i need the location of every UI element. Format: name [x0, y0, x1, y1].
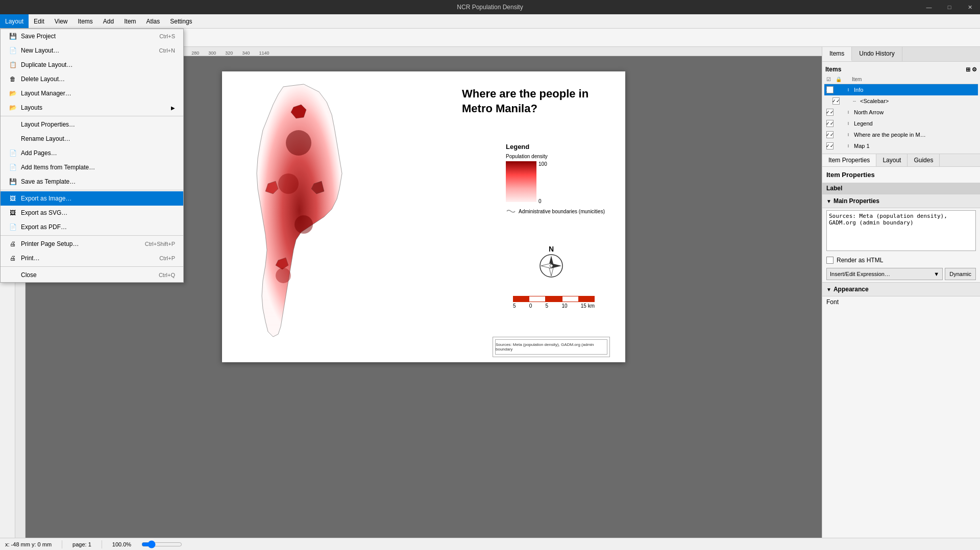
item-row-title[interactable]: ✓ I Where are the people in M… — [824, 129, 978, 140]
maximize-button[interactable]: □ — [939, 0, 960, 14]
dd-sep-4 — [1, 266, 183, 267]
menu-settings[interactable]: Settings — [165, 14, 197, 28]
dd-export-pdf-label: Export as PDF… — [21, 223, 67, 231]
menu-edit[interactable]: Edit — [29, 14, 50, 28]
item-row-north-arrow[interactable]: ✓ I North Arrow — [824, 107, 978, 118]
dd-print[interactable]: 🖨 Print… Ctrl+P — [1, 251, 183, 265]
main-properties-header[interactable]: ▼ Main Properties — [822, 194, 980, 208]
item-check-title[interactable]: ✓ — [826, 131, 834, 138]
menu-add[interactable]: Add — [98, 14, 119, 28]
dd-add-pages-label: Add Pages… — [21, 149, 57, 157]
dd-layout-properties[interactable]: Layout Properties… — [1, 117, 183, 132]
legend-boundary: Administrative boundaries (municities) — [506, 208, 605, 214]
item-row-map1[interactable]: ✓ I Map 1 — [824, 140, 978, 152]
titlebar: NCR Population Density — □ ✕ — [0, 0, 980, 14]
insert-expr-button[interactable]: Insert/Edit Expression… ▼ — [826, 268, 943, 280]
dd-layout-manager[interactable]: 📂 Layout Manager… — [1, 86, 183, 101]
dd-save-as-template[interactable]: 💾 Save as Template… — [1, 174, 183, 189]
zoom-slider[interactable] — [141, 540, 182, 548]
north-arrow: N — [538, 245, 564, 280]
dynamic-button[interactable]: Dynamic — [945, 268, 976, 280]
boundary-icon — [506, 208, 516, 214]
prop-tabs: Item Properties Layout Guides — [822, 154, 980, 167]
menubar: Layout Edit View Items Add Item Atlas Se… — [0, 14, 980, 29]
map-legend: Legend Population density 100 0 — [506, 143, 605, 214]
item-type-info: I — [845, 86, 852, 93]
dd-export-svg[interactable]: 🖼 Export as SVG… — [1, 206, 183, 220]
printer-setup-icon: 🖨 — [9, 240, 17, 248]
prop-tab-guides[interactable]: Guides — [908, 154, 940, 166]
dd-save-shortcut: Ctrl+S — [159, 33, 175, 39]
item-check-legend[interactable]: ✓ — [826, 120, 834, 127]
panel-tabs: Items Undo History — [822, 47, 980, 62]
tab-items[interactable]: Items — [822, 47, 852, 61]
dd-new-layout[interactable]: 📄 New Layout… Ctrl+N — [1, 43, 183, 58]
item-name-title: Where are the people in M… — [854, 132, 926, 138]
dd-add-pages[interactable]: 📄 Add Pages… — [1, 146, 183, 160]
dd-export-image[interactable]: 🖼 Export as Image… — [1, 191, 183, 206]
items-column-header: ☑ 🔒 Item — [824, 75, 978, 84]
items-header-icons: ⊞ ⚙ — [966, 66, 977, 73]
item-row-scalebar[interactable]: ✓ -- <Scalebar> — [824, 95, 978, 107]
dd-printer-setup[interactable]: 🖨 Printer Page Setup… Ctrl+Shift+P — [1, 237, 183, 251]
minimize-button[interactable]: — — [919, 0, 939, 14]
dd-duplicate-layout[interactable]: 📋 Duplicate Layout… — [1, 58, 183, 72]
delete-layout-icon: 🗑 — [9, 75, 17, 83]
dd-add-from-template[interactable]: 📄 Add Items from Template… — [1, 160, 183, 174]
menu-atlas[interactable]: Atlas — [141, 14, 165, 28]
info-box-inner: Sources: Meta (population density), GADM… — [495, 339, 607, 355]
dd-save-project-label: Save Project — [21, 33, 56, 40]
svg-point-1 — [278, 173, 299, 194]
compass-icon — [538, 253, 564, 279]
menu-layout[interactable]: Layout — [0, 14, 29, 28]
layouts-icon: 📂 — [9, 104, 17, 112]
dd-print-label: Print… — [21, 255, 40, 262]
boundary-label: Administrative boundaries (municities) — [519, 209, 605, 214]
items-panel: Items ⊞ ⚙ ☑ 🔒 Item ✓ I Info ✓ — [822, 62, 980, 154]
menu-view[interactable]: View — [50, 14, 73, 28]
prop-tab-item-properties[interactable]: Item Properties — [822, 154, 876, 166]
item-check-scalebar[interactable]: ✓ — [832, 97, 840, 105]
menu-item[interactable]: Item — [119, 14, 141, 28]
item-name-map1: Map 1 — [854, 143, 870, 149]
item-name-scalebar: <Scalebar> — [860, 98, 889, 104]
map-canvas: Where are the people in Metro Manila? Le… — [222, 71, 625, 362]
item-type-map1: I — [845, 142, 852, 149]
item-lock-map1 — [836, 142, 843, 149]
item-type-legend: I — [845, 120, 852, 127]
item-check-north[interactable]: ✓ — [826, 109, 834, 116]
map-svg — [237, 82, 365, 342]
legend-max: 100 — [538, 161, 547, 167]
item-type-north: I — [845, 109, 852, 116]
items-filter-icon[interactable]: ⊞ — [966, 66, 970, 73]
add-pages-icon: 📄 — [9, 149, 17, 157]
main-props-textarea[interactable]: Sources: Meta (population density), GADM… — [826, 210, 976, 251]
save-as-template-icon: 💾 — [9, 178, 17, 186]
menu-items[interactable]: Items — [73, 14, 98, 28]
scale-bar: 5 0 5 10 15 km — [513, 296, 595, 309]
info-box[interactable]: Sources: Meta (population density), GADM… — [493, 337, 610, 357]
dd-save-project[interactable]: 💾 Save Project Ctrl+S — [1, 29, 183, 43]
item-name-legend: Legend — [854, 120, 873, 127]
dd-layouts[interactable]: 📂 Layouts ▶ — [1, 101, 183, 115]
item-row-legend[interactable]: ✓ I Legend — [824, 118, 978, 129]
appearance-header[interactable]: ▼ Appearance — [822, 282, 980, 296]
prop-tab-layout[interactable]: Layout — [876, 154, 908, 166]
insert-expr-dropdown-arrow[interactable]: ▼ — [934, 271, 939, 277]
dd-delete-layout[interactable]: 🗑 Delete Layout… — [1, 72, 183, 86]
dd-rename-layout[interactable]: Rename Layout… — [1, 132, 183, 146]
label-section: Label — [822, 183, 980, 194]
dd-export-pdf[interactable]: 📄 Export as PDF… — [1, 220, 183, 234]
dd-close[interactable]: Close Ctrl+Q — [1, 268, 183, 282]
item-check-info[interactable]: ✓ — [826, 86, 834, 93]
item-check-map1[interactable]: ✓ — [826, 142, 834, 149]
item-row-info[interactable]: ✓ I Info — [824, 84, 978, 95]
tab-undo-history[interactable]: Undo History — [852, 47, 902, 61]
new-layout-icon: 📄 — [9, 46, 17, 55]
items-settings-icon[interactable]: ⚙ — [972, 66, 977, 73]
scale-label-1: 0 — [529, 303, 532, 309]
item-lock-title — [836, 131, 843, 138]
close-button[interactable]: ✕ — [960, 0, 980, 14]
render-html-checkbox[interactable] — [826, 257, 834, 264]
item-type-scalebar: -- — [851, 97, 858, 105]
